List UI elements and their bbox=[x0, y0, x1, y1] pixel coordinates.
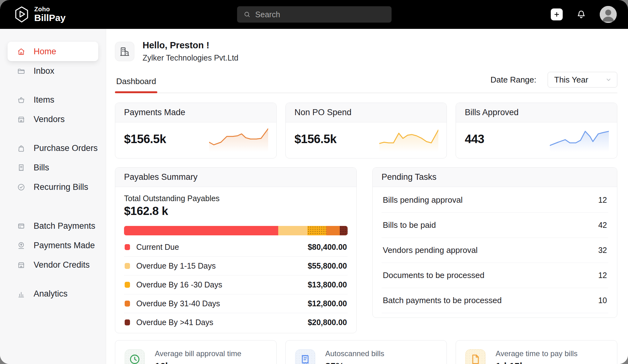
payments-made-sparkline bbox=[209, 126, 268, 152]
chevron-down-icon bbox=[605, 76, 612, 83]
arrow-up-circle-icon bbox=[17, 241, 25, 250]
legend-label: Overdue By 31-40 Days bbox=[136, 299, 220, 308]
legend-amount: $12,800.00 bbox=[308, 299, 347, 308]
info-card-avg-bill-approval-time: Average bill approval time 16h bbox=[115, 340, 277, 364]
task-count: 42 bbox=[598, 221, 607, 230]
sidebar: Home Inbox Items Vendors bbox=[0, 29, 106, 364]
sidebar-item-payments-made[interactable]: Payments Made bbox=[8, 236, 98, 255]
task-count: 10 bbox=[598, 296, 607, 305]
clock-icon bbox=[128, 353, 141, 364]
info-card-avg-time-to-pay: Average time to pay bills 1d 15h bbox=[456, 340, 617, 364]
legend-amount: $20,800.00 bbox=[308, 318, 347, 327]
clock-icon-tile bbox=[125, 349, 145, 364]
legend-swatch bbox=[125, 301, 130, 307]
task-count: 32 bbox=[598, 246, 607, 255]
sidebar-item-label: Purchase Orders bbox=[34, 143, 98, 153]
stat-card-non-po-spend: Non PO Spend $156.5k bbox=[285, 103, 447, 158]
topbar: Zoho BillPay bbox=[0, 0, 628, 29]
quick-create-button[interactable] bbox=[551, 8, 563, 20]
storefront-credit-icon bbox=[17, 261, 25, 269]
payables-bar-segment bbox=[307, 226, 327, 235]
home-icon bbox=[17, 47, 25, 56]
billpay-logo-icon bbox=[14, 6, 30, 23]
app-window: Zoho BillPay bbox=[0, 0, 628, 364]
task-row-vendors-pending-approval[interactable]: Vendors pending approval 32 bbox=[382, 238, 608, 263]
sidebar-item-label: Payments Made bbox=[34, 241, 95, 250]
non-po-spend-sparkline bbox=[379, 126, 438, 152]
notifications-button[interactable] bbox=[576, 9, 587, 20]
sidebar-item-inbox[interactable]: Inbox bbox=[8, 61, 98, 81]
zoho-billpay-logo[interactable]: Zoho BillPay bbox=[14, 6, 66, 23]
sidebar-item-bills[interactable]: Bills bbox=[8, 158, 98, 177]
legend-label: Overdue By >41 Days bbox=[136, 318, 213, 327]
scanned-receipt-icon bbox=[299, 353, 311, 364]
legend-label: Overdue By 16 -30 Days bbox=[136, 280, 222, 289]
inbox-icon bbox=[17, 67, 25, 75]
sidebar-item-label: Recurring Bills bbox=[34, 182, 88, 192]
legend-swatch bbox=[125, 282, 130, 288]
main-content: Hello, Preston ! Zylker Technologies Pvt… bbox=[106, 29, 628, 364]
legend-row-overdue-41plus: Overdue By >41 Days $20,800.00 bbox=[124, 313, 348, 332]
sidebar-item-purchase-orders[interactable]: Purchase Orders bbox=[8, 138, 98, 158]
bell-icon bbox=[576, 9, 587, 20]
task-row-documents-to-be-processed[interactable]: Documents to be processed 12 bbox=[382, 263, 608, 288]
info-card-value: 16h bbox=[155, 361, 241, 364]
document-icon-tile bbox=[465, 349, 485, 364]
task-label: Bills to be paid bbox=[383, 220, 436, 230]
legend-amount: $13,800.00 bbox=[308, 280, 347, 289]
info-card-label: Average time to pay bills bbox=[495, 349, 577, 358]
date-range-value: This Year bbox=[554, 75, 588, 85]
task-row-bills-to-be-paid[interactable]: Bills to be paid 42 bbox=[382, 213, 608, 238]
task-row-bills-pending-approval[interactable]: Bills pending approval 12 bbox=[382, 188, 608, 213]
sidebar-item-vendors[interactable]: Vendors bbox=[8, 110, 98, 129]
pending-tasks-title: Pending Tasks bbox=[373, 168, 617, 187]
search-icon bbox=[243, 10, 251, 19]
bills-approved-sparkline bbox=[550, 126, 609, 152]
tabs-row: Dashboard Date Range: This Year bbox=[115, 72, 617, 93]
sidebar-item-label: Bills bbox=[34, 163, 49, 173]
global-search[interactable] bbox=[237, 6, 392, 23]
total-outstanding-value: $162.8 k bbox=[124, 205, 348, 218]
legend-label: Overdue By 1-15 Days bbox=[136, 261, 216, 270]
payables-bar-segment bbox=[124, 226, 278, 235]
payables-summary-card: Payables Summary Total Outstanding Payab… bbox=[115, 167, 357, 333]
plus-icon bbox=[553, 11, 560, 18]
pending-tasks-card: Pending Tasks Bills pending approval 12 … bbox=[372, 167, 617, 318]
task-label: Batch payments to be processed bbox=[383, 296, 502, 305]
task-row-batch-payments-to-be-processed[interactable]: Batch payments to be processed 10 bbox=[382, 288, 608, 313]
legend-label: Current Due bbox=[136, 243, 179, 252]
sidebar-item-batch-payments[interactable]: Batch Payments bbox=[8, 216, 98, 236]
sidebar-item-label: Batch Payments bbox=[34, 221, 95, 231]
task-count: 12 bbox=[598, 195, 607, 205]
storefront-icon bbox=[17, 115, 25, 124]
sidebar-item-home[interactable]: Home bbox=[8, 42, 98, 61]
payables-bar bbox=[124, 226, 348, 235]
stat-card-value: $156.5k bbox=[124, 132, 166, 146]
stat-card-title: Payments Made bbox=[115, 103, 276, 122]
tab-dashboard[interactable]: Dashboard bbox=[115, 74, 157, 93]
stat-card-value: $156.5k bbox=[295, 132, 337, 146]
sidebar-item-items[interactable]: Items bbox=[8, 90, 98, 110]
payables-bar-segment bbox=[278, 226, 307, 235]
sidebar-item-recurring-bills[interactable]: Recurring Bills bbox=[8, 177, 98, 197]
legend-swatch bbox=[125, 263, 130, 269]
autoscan-icon-tile bbox=[295, 349, 315, 364]
payables-bar-segment bbox=[326, 226, 340, 235]
sidebar-item-label: Analytics bbox=[34, 289, 68, 299]
sidebar-item-vendor-credits[interactable]: Vendor Credits bbox=[8, 255, 98, 275]
sidebar-item-analytics[interactable]: Analytics bbox=[8, 284, 98, 303]
user-avatar[interactable] bbox=[600, 6, 617, 23]
logo-text-bottom: BillPay bbox=[34, 13, 66, 23]
payables-legend: Current Due $80,400.00 Overdue By 1-15 D… bbox=[124, 238, 348, 332]
task-label: Vendors pending approval bbox=[383, 245, 478, 255]
legend-amount: $80,400.00 bbox=[308, 243, 347, 252]
legend-row-overdue-1-15: Overdue By 1-15 Days $55,800.00 bbox=[124, 257, 348, 276]
sidebar-item-label: Vendor Credits bbox=[34, 260, 90, 270]
date-range-label: Date Range: bbox=[490, 75, 536, 85]
company-name: Zylker Technologies Pvt.Ltd bbox=[143, 53, 238, 62]
search-input[interactable] bbox=[255, 10, 385, 19]
legend-swatch bbox=[125, 319, 130, 325]
stat-card-bills-approved: Bills Approved 443 bbox=[456, 103, 617, 158]
document-icon bbox=[469, 353, 482, 364]
date-range-select[interactable]: This Year bbox=[548, 72, 617, 88]
